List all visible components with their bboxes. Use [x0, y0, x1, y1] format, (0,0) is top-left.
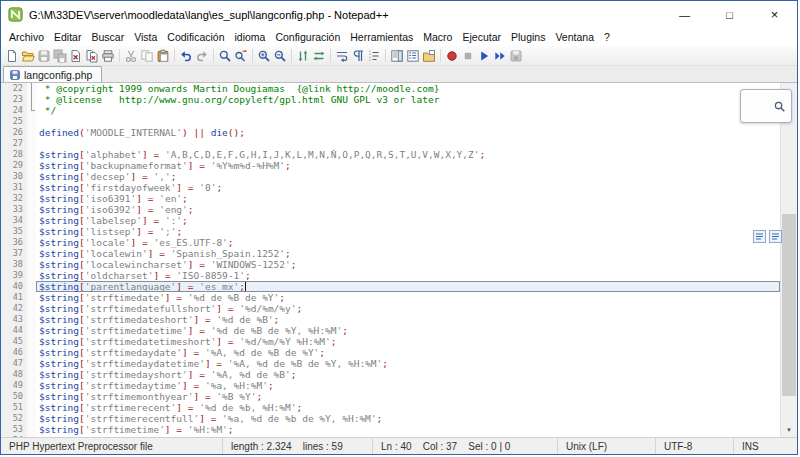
code-line-44[interactable]: 44$string['strftimedatetime'] = '%d de %…: [1, 325, 780, 336]
statusbar: PHP Hypertext Preprocessor file length :…: [1, 437, 797, 454]
menu-item-ejecutar[interactable]: Ejecutar: [457, 29, 506, 45]
document-map-button[interactable]: [389, 48, 405, 64]
code-line-22[interactable]: 22 * @copyright 1999 onwards Martin Doug…: [1, 83, 780, 94]
word-wrap-button[interactable]: [334, 48, 350, 64]
menu-item-editar[interactable]: Editar: [49, 29, 86, 45]
code-line-26[interactable]: 26defined('MOODLE_INTERNAL') || die();: [1, 127, 780, 138]
sync-vertical-scroll-button[interactable]: [295, 48, 311, 64]
code-line-51[interactable]: 51$string['strftimerecent'] = '%d de %b,…: [1, 402, 780, 413]
toolbar: [1, 46, 797, 66]
panel-button-2[interactable]: [769, 230, 782, 243]
find-button[interactable]: [217, 48, 233, 64]
open-file-button[interactable]: [20, 48, 36, 64]
menu-item-archivo[interactable]: Archivo: [4, 29, 49, 45]
run-macro-multiple-button[interactable]: [492, 48, 508, 64]
code-line-27[interactable]: 27: [1, 138, 780, 149]
menu-item-configuracion[interactable]: Configuración: [270, 29, 345, 45]
code-line-39[interactable]: 39$string['oldcharset'] = 'ISO-8859-1';: [1, 270, 780, 281]
menu-item-buscar[interactable]: Buscar: [86, 29, 129, 45]
save-file-button[interactable]: [36, 48, 52, 64]
maximize-button[interactable]: □: [707, 1, 752, 28]
undo-button[interactable]: [178, 48, 194, 64]
code-line-36[interactable]: 36$string['locale'] = 'es_ES.UTF-8';: [1, 237, 780, 248]
redo-button[interactable]: [194, 48, 210, 64]
scroll-down-arrow[interactable]: ▾: [781, 422, 797, 437]
code-line-47[interactable]: 47$string['strftimedaydatetime'] = '%A, …: [1, 358, 780, 369]
code-line-23[interactable]: 23 * @license http://www.gnu.org/copylef…: [1, 94, 780, 105]
code-line-30[interactable]: 30$string['decsep'] = ',';: [1, 171, 780, 182]
code-line-31[interactable]: 31$string['firstdayofweek'] = '0';: [1, 182, 780, 193]
new-file-button[interactable]: [4, 48, 20, 64]
line-number: 50: [1, 391, 27, 402]
menu-item-help[interactable]: ?: [599, 29, 615, 45]
close-button[interactable]: ×: [752, 1, 797, 28]
print-button[interactable]: [100, 48, 116, 64]
save-all-button[interactable]: [52, 48, 68, 64]
status-encoding[interactable]: UTF-8: [656, 438, 734, 454]
save-all-icon: [53, 49, 67, 63]
status-eol-format[interactable]: Unix (LF): [558, 438, 656, 454]
menu-item-ventana[interactable]: Ventana: [550, 29, 599, 45]
scrollbar-thumb[interactable]: [782, 214, 796, 396]
status-insert-mode[interactable]: INS: [734, 438, 797, 454]
indent-guide-button[interactable]: [366, 48, 382, 64]
menu-item-macro[interactable]: Macro: [418, 29, 457, 45]
code-line-46[interactable]: 46$string['strftimedaydate'] = '%A, %d d…: [1, 347, 780, 358]
code-line-37[interactable]: 37$string['localewin'] = 'Spanish_Spain.…: [1, 248, 780, 259]
minimize-button[interactable]: —: [662, 1, 707, 28]
code-line-29[interactable]: 29$string['backupnameformat'] = '%Y%m%d-…: [1, 160, 780, 171]
menu-item-vista[interactable]: Vista: [129, 29, 162, 45]
stop-recording-button[interactable]: [460, 48, 476, 64]
replace-button[interactable]: [233, 48, 249, 64]
code-line-41[interactable]: 41$string['strftimedate'] = '%d de %B de…: [1, 292, 780, 303]
menu-item-codificacion[interactable]: Codificación: [162, 29, 229, 45]
code-line-33[interactable]: 33$string['iso6392'] = 'eng';: [1, 204, 780, 215]
code-line-53[interactable]: 53$string['strftimetime'] = '%H:%M';: [1, 424, 780, 435]
code-line-24[interactable]: 24 */: [1, 105, 780, 116]
tab-langconfig[interactable]: langconfig.php: [3, 66, 102, 82]
folder-as-workspace-button[interactable]: [421, 48, 437, 64]
code-line-40[interactable]: 40$string['parentlanguage'] = 'es_mx';: [1, 281, 780, 292]
code-text: $string['parentlanguage'] = 'es_mx';: [36, 281, 780, 292]
zoom-in-button[interactable]: [256, 48, 272, 64]
code-line-35[interactable]: 35$string['listsep'] = ';';: [1, 226, 780, 237]
code-line-42[interactable]: 42$string['strftimedatefullshort'] = '%d…: [1, 303, 780, 314]
save-recorded-macro-button[interactable]: [508, 48, 524, 64]
code-line-48[interactable]: 48$string['strftimedayshort'] = '%A, %d …: [1, 369, 780, 380]
line-number: 46: [1, 347, 27, 358]
code-line-32[interactable]: 32$string['iso6391'] = 'en';: [1, 193, 780, 204]
code-line-38[interactable]: 38$string['localewincharset'] = 'WINDOWS…: [1, 259, 780, 270]
code-line-43[interactable]: 43$string['strftimedateshort'] = '%d de …: [1, 314, 780, 325]
paste-button[interactable]: [155, 48, 171, 64]
menu-item-plugins[interactable]: Plugins: [506, 29, 550, 45]
menu-item-idioma[interactable]: idioma: [230, 29, 271, 45]
playback-macro-button[interactable]: [476, 48, 492, 64]
zoom-in-icon: [257, 49, 271, 63]
zoom-out-button[interactable]: [272, 48, 288, 64]
code-text: defined('MOODLE_INTERNAL') || die();: [36, 127, 780, 138]
function-list-button[interactable]: [405, 48, 421, 64]
vertical-scrollbar[interactable]: ▴ ▾: [780, 83, 797, 437]
docked-panel-buttons: [753, 230, 782, 243]
code-line-49[interactable]: 49$string['strftimedaytime'] = '%a, %H:%…: [1, 380, 780, 391]
code-line-45[interactable]: 45$string['strftimedatetimeshort'] = '%d…: [1, 336, 780, 347]
cut-button[interactable]: [123, 48, 139, 64]
close-file-button[interactable]: [68, 48, 84, 64]
record-macro-button[interactable]: [444, 48, 460, 64]
sync-horizontal-scroll-button[interactable]: [311, 48, 327, 64]
code-line-52[interactable]: 52$string['strftimerecentfull'] = '%a, %…: [1, 413, 780, 424]
show-all-characters-button[interactable]: [350, 48, 366, 64]
menu-item-herramientas[interactable]: Herramientas: [345, 29, 418, 45]
floating-tool-panel[interactable]: [740, 89, 792, 123]
print-icon: [101, 49, 115, 63]
code-line-28[interactable]: 28$string['alphabet'] = 'A,B,C,D,E,F,G,H…: [1, 149, 780, 160]
editor-area[interactable]: 22 * @copyright 1999 onwards Martin Doug…: [1, 83, 797, 437]
code-line-34[interactable]: 34$string['labelsep'] = ':';: [1, 215, 780, 226]
panel-button-1[interactable]: [753, 230, 766, 243]
code-line-50[interactable]: 50$string['strftimemonthyear'] = '%B %Y'…: [1, 391, 780, 402]
code-line-25[interactable]: 25: [1, 116, 780, 127]
fold-margin: [27, 94, 36, 105]
copy-button[interactable]: [139, 48, 155, 64]
line-number: 45: [1, 336, 27, 347]
close-all-button[interactable]: [84, 48, 100, 64]
